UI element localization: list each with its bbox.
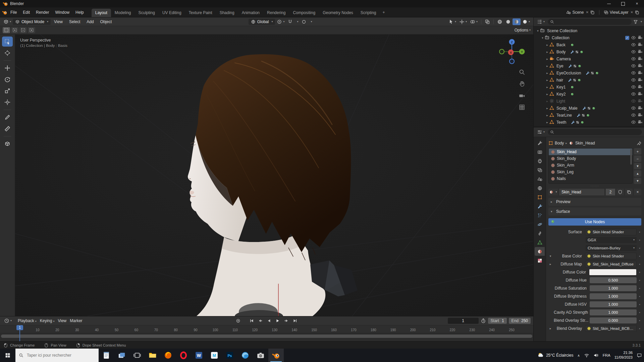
material-slot-skin-leg[interactable]: Skin_Leg xyxy=(549,169,632,175)
jump-to-end-button[interactable] xyxy=(291,318,299,324)
animate-dot[interactable]: • xyxy=(638,238,641,242)
disable-render-toggle[interactable] xyxy=(638,56,643,61)
animate-dot[interactable]: • xyxy=(638,262,641,266)
expand-icon[interactable]: ▸ xyxy=(545,114,549,117)
move-slot-down-button[interactable]: ▾ xyxy=(634,178,641,184)
material-name-field[interactable]: Skin_Head xyxy=(559,189,604,195)
disable-render-toggle[interactable] xyxy=(638,92,643,97)
animate-dot[interactable]: • xyxy=(638,295,641,298)
taskbar-search[interactable] xyxy=(15,349,99,362)
disable-render-toggle[interactable] xyxy=(638,77,643,82)
timeline-ruler[interactable]: 1020304050607080901001101201301401501601… xyxy=(0,325,533,333)
select-mode-invert-button[interactable] xyxy=(28,27,35,33)
workspace-tab-rendering[interactable]: Rendering xyxy=(263,9,289,17)
menu-window[interactable]: Window xyxy=(52,9,72,16)
taskbar-app-blender[interactable] xyxy=(268,349,284,362)
mode-dropdown[interactable]: Object Mode▾ xyxy=(13,19,51,25)
snap-toggle[interactable] xyxy=(286,18,294,25)
add-workspace-button[interactable]: + xyxy=(380,9,388,16)
workspace-tab-layout[interactable]: Layout xyxy=(92,9,111,17)
expand-icon[interactable]: ▸ xyxy=(545,85,549,89)
shading-rendered-button[interactable]: ▾ xyxy=(521,18,531,25)
viewport-camera-button[interactable] xyxy=(519,92,525,99)
outliner-item-light[interactable]: ▸ Light xyxy=(534,98,644,105)
outliner-editor-type-button[interactable]: ▾ xyxy=(536,18,546,25)
disable-render-toggle[interactable] xyxy=(638,84,643,89)
select-mode-subtract-button[interactable] xyxy=(19,27,27,33)
properties-tab-data[interactable] xyxy=(535,238,545,247)
expand-icon[interactable]: ▸ xyxy=(545,57,549,61)
expand-icon[interactable]: ▸ xyxy=(545,100,549,103)
expand-icon[interactable]: ▸ xyxy=(545,71,549,75)
number-field-diffuse-hue[interactable]: 0.500 xyxy=(590,277,637,283)
number-field-diffuse-saturation[interactable]: 1.000 xyxy=(590,285,637,291)
weather-widget[interactable]: 25°C Éclaircies xyxy=(537,352,574,359)
hide-viewport-toggle[interactable] xyxy=(631,84,636,89)
animate-dot[interactable]: • xyxy=(638,230,641,234)
new-material-button[interactable] xyxy=(625,189,633,195)
select-mode-set-button[interactable] xyxy=(3,27,10,33)
select-mode-extend-button[interactable] xyxy=(11,27,18,33)
hide-viewport-toggle[interactable] xyxy=(631,92,636,97)
play-reverse-button[interactable] xyxy=(265,318,273,324)
outliner-item-teeth[interactable]: ▸ Teeth xyxy=(534,119,644,126)
expander-icon[interactable]: ▾ xyxy=(548,254,552,258)
maximize-button[interactable] xyxy=(616,0,630,7)
unlink-material-button[interactable]: × xyxy=(634,189,641,195)
end-frame-field[interactable]: End 250 xyxy=(509,318,531,324)
fake-user-button[interactable] xyxy=(616,189,624,195)
use-nodes-button[interactable]: Use Nodes xyxy=(548,218,641,226)
number-field-blend-overlay-str[interactable]: 0.000 xyxy=(590,317,637,323)
add-slot-button[interactable]: + xyxy=(634,148,641,155)
expand-icon[interactable]: ▾ xyxy=(536,29,540,33)
properties-tab-render[interactable] xyxy=(535,147,545,156)
properties-tab-texture[interactable] xyxy=(535,256,545,265)
disable-render-toggle[interactable] xyxy=(638,113,643,118)
jump-to-start-button[interactable] xyxy=(248,318,256,324)
workspace-tab-scripting[interactable]: Scripting xyxy=(357,9,380,17)
disable-render-toggle[interactable] xyxy=(638,106,643,111)
animate-dot[interactable]: • xyxy=(638,254,641,258)
dropdown-field-ggx[interactable]: GGX▾ xyxy=(586,237,637,243)
timeline-menu-keying[interactable]: Keying▾ xyxy=(39,318,56,324)
viewport-zoom-button[interactable] xyxy=(519,69,525,75)
viewport-menu-object[interactable]: Object xyxy=(97,18,115,25)
surface-panel-header[interactable]: ▾ Surface xyxy=(548,207,641,216)
next-keyframe-button[interactable] xyxy=(282,318,290,324)
taskbar-app-file-explorer[interactable] xyxy=(145,349,160,362)
taskbar-app-task-view[interactable] xyxy=(129,349,145,362)
shading-material-button[interactable] xyxy=(513,18,521,25)
play-button[interactable] xyxy=(274,318,282,324)
dropdown-field-christensen-burley[interactable]: Christensen-Burley▾ xyxy=(586,245,637,251)
workspace-tab-texture-paint[interactable]: Texture Paint xyxy=(185,9,216,17)
outliner-item-scalp-male[interactable]: ▸ Scalp_Male xyxy=(534,105,644,112)
gizmo-axis-neg-y[interactable] xyxy=(499,49,504,54)
taskbar-app-opera[interactable] xyxy=(176,349,191,362)
slot-specials-button[interactable]: ▾ xyxy=(634,163,641,169)
viewport-pan-button[interactable] xyxy=(519,80,525,87)
tool-cursor[interactable] xyxy=(2,48,13,58)
editor-type-button[interactable]: ▾ xyxy=(2,18,12,25)
action-center-icon[interactable] xyxy=(637,353,642,358)
xray-toggle[interactable] xyxy=(483,18,491,25)
shader-field-surface[interactable]: Skin Head Shader xyxy=(585,229,637,235)
workspace-tab-modeling[interactable]: Modeling xyxy=(111,9,135,17)
show-gizmo-dropdown[interactable]: ▾ xyxy=(458,18,468,25)
properties-tab-material[interactable] xyxy=(535,247,545,256)
material-slot-skin-body[interactable]: Skin_Body xyxy=(549,155,632,162)
shader-field-base-color[interactable]: Skin Head Shader xyxy=(585,253,637,259)
hide-viewport-toggle[interactable] xyxy=(631,42,636,47)
shading-solid-button[interactable] xyxy=(504,18,512,25)
hide-viewport-toggle[interactable] xyxy=(631,77,636,82)
hide-viewport-toggle[interactable] xyxy=(631,99,636,104)
properties-search-field[interactable] xyxy=(548,129,642,135)
timeline-menu-view[interactable]: View xyxy=(56,318,68,324)
tool-transform[interactable] xyxy=(2,97,13,107)
hide-viewport-toggle[interactable] xyxy=(631,106,636,111)
minimize-button[interactable] xyxy=(602,0,616,7)
workspace-tab-compositing[interactable]: Compositing xyxy=(289,9,319,17)
animate-dot[interactable]: • xyxy=(638,327,641,330)
properties-tab-modifier[interactable] xyxy=(535,202,545,210)
disable-render-toggle[interactable] xyxy=(638,63,643,68)
properties-tab-tool[interactable] xyxy=(535,138,545,147)
